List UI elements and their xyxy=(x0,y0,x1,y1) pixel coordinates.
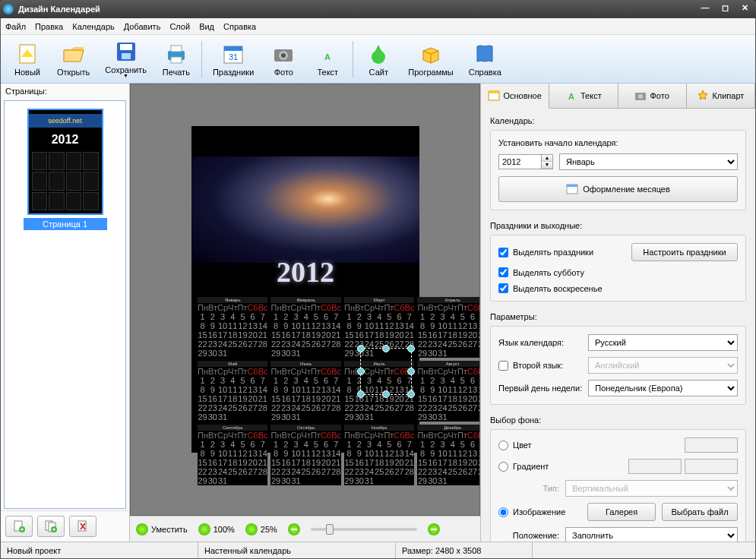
language-select[interactable]: Русский xyxy=(588,334,738,351)
page-thumb-label: Страница 1 xyxy=(24,218,107,230)
menu-calendar[interactable]: Календарь xyxy=(72,22,115,31)
highlight-saturday-checkbox[interactable]: Выделять субботу xyxy=(498,267,584,277)
year-text[interactable]: 2012 xyxy=(191,255,419,289)
group-params: Параметры: Язык календаря:Русский Второй… xyxy=(490,311,746,405)
page-thumbnail[interactable]: seedoff.net 2012 Страница 1 xyxy=(24,109,107,230)
close-button[interactable]: ✕ xyxy=(736,3,753,15)
svg-point-14 xyxy=(372,50,385,64)
duplicate-page-button[interactable] xyxy=(37,516,65,537)
toolbar-photo[interactable]: Фото xyxy=(261,40,305,78)
menu-view[interactable]: Вид xyxy=(199,22,214,31)
year-spinner[interactable]: ▲▼ xyxy=(498,154,553,169)
calendar-page[interactable]: 2012 ЯнварьПнВтСрЧтПтСбВс123456789101112… xyxy=(191,126,419,453)
start-calendar-label: Установить начало календаря: xyxy=(498,138,618,147)
globe-icon xyxy=(366,42,391,66)
canvas[interactable]: 2012 ЯнварьПнВтСрЧтПтСбВс123456789101112… xyxy=(130,84,480,516)
svg-rect-27 xyxy=(567,185,577,187)
canvas-area: 2012 ЯнварьПнВтСрЧтПтСбВс123456789101112… xyxy=(130,84,480,542)
bg-gradient-radio[interactable]: Градиент xyxy=(498,462,549,472)
pages-header: Страницы: xyxy=(1,84,129,99)
window-title: Дизайн Календарей xyxy=(18,5,694,14)
text-icon: A xyxy=(565,90,577,102)
highlight-sunday-checkbox[interactable]: Выделять воскресенье xyxy=(498,283,603,293)
properties-panel: Основное AТекст Фото Клипарт Календарь: … xyxy=(480,84,755,542)
add-page-icon xyxy=(12,520,26,533)
toolbar-holidays[interactable]: 31Праздники xyxy=(205,40,261,78)
configure-holidays-button[interactable]: Настроить праздники xyxy=(631,243,738,261)
zoom-100-button[interactable]: 100% xyxy=(198,523,235,535)
tab-photo[interactable]: Фото xyxy=(618,84,687,108)
delete-page-button[interactable] xyxy=(69,516,96,537)
save-icon xyxy=(114,39,138,64)
bg-color-radio[interactable]: Цвет xyxy=(498,441,532,450)
menu-file[interactable]: Файл xyxy=(5,22,26,31)
svg-text:31: 31 xyxy=(229,52,238,62)
toolbar-help[interactable]: Справка xyxy=(461,40,509,78)
months-design-button[interactable]: Оформление месяцев xyxy=(498,176,738,202)
menu-edit[interactable]: Правка xyxy=(35,22,63,31)
firstday-select[interactable]: Понедельник (Европа) xyxy=(588,380,738,396)
svg-point-12 xyxy=(281,53,286,58)
zoom-out-button[interactable] xyxy=(288,523,300,535)
status-bar: Новый проект Настенный календарь Размер:… xyxy=(1,542,755,558)
toolbar-programs[interactable]: Программы xyxy=(400,40,460,78)
svg-rect-5 xyxy=(171,46,182,52)
second-language-checkbox[interactable]: Второй язык: xyxy=(498,361,582,371)
add-page-button[interactable] xyxy=(5,516,33,537)
svg-text:A: A xyxy=(568,92,574,101)
toolbar-text[interactable]: AТекст xyxy=(305,40,350,78)
language-label: Язык календаря: xyxy=(498,338,582,347)
toolbar-print[interactable]: Печать xyxy=(154,40,198,78)
zoom-slider[interactable] xyxy=(311,528,417,531)
svg-rect-2 xyxy=(120,44,132,50)
selection-box[interactable] xyxy=(360,348,412,395)
toolbar-site[interactable]: Сайт xyxy=(356,40,400,78)
dropdown-arrow-icon: ▼ xyxy=(123,73,128,78)
new-icon xyxy=(15,42,40,66)
zoom-in-button[interactable] xyxy=(428,523,440,535)
svg-point-25 xyxy=(638,94,643,99)
bg-image-radio[interactable]: Изображение xyxy=(498,507,565,517)
highlight-holidays-checkbox[interactable]: Выделять праздники xyxy=(498,248,593,257)
tab-text[interactable]: AТекст xyxy=(549,84,618,108)
month-select[interactable]: Январь xyxy=(559,153,738,170)
property-tabs: Основное AТекст Фото Клипарт xyxy=(481,84,755,109)
minimize-button[interactable]: — xyxy=(697,3,713,15)
zoom-fit-button[interactable]: Уместить xyxy=(136,523,188,535)
tab-main[interactable]: Основное xyxy=(481,84,549,109)
text-icon: A xyxy=(315,42,340,66)
svg-rect-8 xyxy=(224,46,242,51)
year-up[interactable]: ▲ xyxy=(542,155,552,162)
group-calendar-header: Календарь: xyxy=(490,115,746,130)
status-project: Новый проект xyxy=(1,542,198,558)
svg-rect-3 xyxy=(122,53,131,59)
menu-add[interactable]: Добавить xyxy=(124,22,161,31)
gallery-button[interactable]: Галерея xyxy=(587,503,656,521)
maximize-button[interactable]: ◻ xyxy=(716,3,733,15)
bg-position-label: Положение: xyxy=(498,531,559,540)
year-input[interactable] xyxy=(498,154,541,169)
gradient-swatch-2 xyxy=(685,459,738,474)
book-icon xyxy=(473,42,497,66)
tab-clipart[interactable]: Клипарт xyxy=(687,84,755,108)
hero-image[interactable] xyxy=(191,156,419,263)
pages-panel: Страницы: seedoff.net 2012 Страница 1 xyxy=(1,84,130,542)
menu-layer[interactable]: Слой xyxy=(169,22,190,31)
toolbar-save[interactable]: Сохранить▼ xyxy=(97,38,154,80)
choose-file-button[interactable]: Выбрать файл xyxy=(662,503,738,521)
calendar-icon xyxy=(488,90,500,102)
bg-color-swatch xyxy=(685,437,738,453)
toolbar-new[interactable]: Новый xyxy=(5,40,49,78)
pages-list[interactable]: seedoff.net 2012 Страница 1 xyxy=(4,100,126,509)
year-down[interactable]: ▼ xyxy=(542,162,552,169)
print-icon xyxy=(164,42,188,66)
gradient-type-label: Тип: xyxy=(498,484,559,493)
zoom-bar: Уместить 100% 25% xyxy=(130,516,480,542)
title-bar: Дизайн Календарей — ◻ ✕ xyxy=(0,0,756,18)
bg-position-select[interactable]: Заполнить xyxy=(565,527,738,542)
calendar-icon: 31 xyxy=(221,42,245,66)
zoom-25-button[interactable]: 25% xyxy=(245,523,277,535)
toolbar-open[interactable]: Открыть xyxy=(49,40,97,78)
camera-icon xyxy=(271,42,296,66)
menu-help[interactable]: Справка xyxy=(223,22,256,31)
